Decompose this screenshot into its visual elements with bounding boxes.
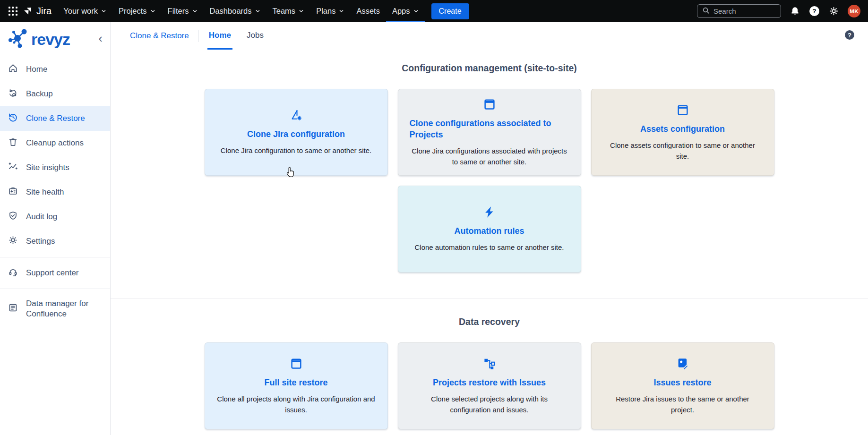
tab-row: Clone & Restore HomeJobs ? bbox=[111, 22, 868, 50]
sidebar-item-label: Settings bbox=[26, 236, 55, 247]
jira-mark-icon bbox=[24, 5, 34, 17]
topbar-menu-label: Assets bbox=[356, 7, 380, 16]
card-description: Clone automation rules to same or anothe… bbox=[414, 242, 564, 253]
sidebar-item-label: Backup bbox=[26, 89, 53, 99]
sidebar-item-clone-restore[interactable]: Clone & Restore bbox=[0, 106, 110, 131]
jira-logo[interactable]: Jira bbox=[24, 5, 52, 17]
card-title: Full site restore bbox=[264, 377, 327, 388]
browser-window-icon bbox=[289, 357, 303, 371]
sidebar-item-settings[interactable]: Settings bbox=[0, 229, 110, 254]
sidebar-item-cleanup-actions[interactable]: Cleanup actions bbox=[0, 131, 110, 155]
topbar-menu-label: Dashboards bbox=[210, 7, 252, 16]
insights-icon bbox=[8, 162, 18, 174]
grid-dots-icon bbox=[9, 7, 17, 16]
section-data-recovery: Data recoveryFull site restoreClone all … bbox=[111, 298, 868, 429]
tab-jobs[interactable]: Jobs bbox=[245, 22, 265, 50]
tab-home[interactable]: Home bbox=[207, 22, 232, 50]
collapse-sidebar-chevron-icon[interactable]: ‹ bbox=[95, 32, 107, 46]
topbar-menu-projects[interactable]: Projects bbox=[112, 0, 162, 22]
chevron-down-icon bbox=[101, 7, 106, 16]
topbar-menu-label: Your work bbox=[63, 7, 98, 16]
restore-history-icon bbox=[8, 112, 18, 125]
card-full-site-restore[interactable]: Full site restoreClone all projects alon… bbox=[205, 342, 388, 429]
card-description: Clone Jira configuration to same or anot… bbox=[221, 145, 371, 156]
sidebar-item-data-manager-confluence[interactable]: Data manager for Confluence bbox=[0, 292, 110, 325]
topbar-menu-teams[interactable]: Teams bbox=[266, 0, 310, 22]
sidebar-item-label: Home bbox=[26, 64, 47, 75]
sidebar-item-label: Site insights bbox=[26, 162, 69, 173]
gear-icon bbox=[8, 235, 18, 247]
topbar-menu-filters[interactable]: Filters bbox=[162, 0, 204, 22]
vertical-divider bbox=[198, 30, 198, 42]
card-issues-restore[interactable]: Issues restoreRestore Jira issues to the… bbox=[591, 342, 774, 429]
card-title: Assets configuration bbox=[640, 123, 725, 135]
sections-container: Configuration management (site-to-site)C… bbox=[111, 63, 868, 429]
card-description: Clone selected projects along with its c… bbox=[410, 394, 568, 415]
sidebar-item-home[interactable]: Home bbox=[0, 57, 110, 82]
chevron-down-icon bbox=[299, 7, 304, 16]
topbar-nav: Your workProjectsFiltersDashboardsTeamsP… bbox=[57, 0, 424, 22]
card-description: Clone Jira configurations associated wit… bbox=[410, 146, 568, 167]
sidebar-item-site-health[interactable]: Site health bbox=[0, 180, 110, 205]
card-title: Clone configurations associated to Proje… bbox=[410, 118, 569, 141]
document-icon bbox=[8, 303, 18, 315]
jira-product-name: Jira bbox=[36, 6, 52, 17]
topbar-menu-assets[interactable]: Assets bbox=[350, 0, 386, 22]
card-description: Restore Jira issues to the same or anoth… bbox=[603, 394, 762, 415]
topbar-menu-label: Apps bbox=[392, 7, 410, 16]
user-avatar[interactable]: MK bbox=[848, 5, 860, 17]
browser-window-icon bbox=[676, 103, 690, 117]
card-clone-jira-configuration[interactable]: Clone Jira configurationClone Jira confi… bbox=[205, 89, 388, 176]
app-switcher-icon[interactable] bbox=[5, 3, 21, 19]
brand-row: revyz ‹ bbox=[0, 22, 110, 55]
sidebar-item-label: Clone & Restore bbox=[26, 113, 85, 124]
sidebar-item-backup[interactable]: Backup bbox=[0, 82, 110, 106]
lightning-icon bbox=[482, 205, 497, 219]
card-assets-configuration[interactable]: Assets configurationClone assets configu… bbox=[591, 89, 774, 176]
notifications-bell-icon[interactable] bbox=[790, 6, 800, 16]
tabs: HomeJobs bbox=[207, 22, 278, 50]
revyz-wordmark: revyz bbox=[31, 30, 70, 49]
chevron-down-icon bbox=[255, 7, 260, 16]
card-projects-restore-with-issues[interactable]: Projects restore with IssuesClone select… bbox=[398, 342, 581, 429]
topbar-menu-plans[interactable]: Plans bbox=[310, 0, 350, 22]
card-automation-rules[interactable]: Automation rulesClone automation rules t… bbox=[398, 186, 581, 273]
search-icon bbox=[702, 7, 710, 16]
sidebar-item-site-insights[interactable]: Site insights bbox=[0, 155, 110, 180]
breadcrumb[interactable]: Clone & Restore bbox=[130, 31, 189, 41]
topbar-menu-label: Teams bbox=[273, 7, 296, 16]
sitemap-icon bbox=[482, 357, 497, 371]
section-title: Configuration management (site-to-site) bbox=[123, 63, 856, 74]
topbar-menu-label: Projects bbox=[119, 7, 147, 16]
topbar-menu-label: Filters bbox=[168, 7, 189, 16]
headset-icon bbox=[8, 267, 18, 279]
search-box[interactable] bbox=[697, 4, 781, 18]
card-title: Automation rules bbox=[454, 225, 524, 237]
cards-grid: Full site restoreClone all projects alon… bbox=[123, 342, 856, 429]
settings-gear-icon[interactable] bbox=[829, 6, 839, 16]
page-help-icon[interactable]: ? bbox=[844, 30, 855, 42]
sidebar-item-audit-log[interactable]: Audit log bbox=[0, 205, 110, 229]
search-input[interactable] bbox=[713, 7, 776, 15]
chevron-down-icon bbox=[339, 7, 344, 16]
sidebar-item-support-center[interactable]: Support center bbox=[0, 261, 110, 285]
chevron-down-icon bbox=[150, 7, 155, 16]
help-icon[interactable]: ? bbox=[809, 6, 820, 17]
jira-top-bar: Jira Your workProjectsFiltersDashboardsT… bbox=[0, 0, 868, 22]
chevron-down-icon bbox=[192, 7, 198, 16]
svg-text:?: ? bbox=[848, 32, 851, 39]
backup-icon bbox=[8, 88, 18, 100]
sidebar-divider bbox=[0, 257, 110, 257]
sidebar-item-label: Site health bbox=[26, 187, 64, 197]
topbar-menu-dashboards[interactable]: Dashboards bbox=[204, 0, 266, 22]
health-card-icon bbox=[8, 186, 18, 198]
section-title: Data recovery bbox=[123, 316, 856, 327]
sidebar-item-label: Audit log bbox=[26, 212, 57, 222]
ruler-gear-icon bbox=[289, 108, 303, 122]
card-clone-configurations-projects[interactable]: Clone configurations associated to Proje… bbox=[398, 89, 581, 176]
topbar-right: ? MK bbox=[697, 0, 860, 22]
browser-window-icon bbox=[482, 97, 497, 111]
topbar-menu-apps[interactable]: Apps bbox=[386, 0, 425, 22]
create-button[interactable]: Create bbox=[431, 3, 469, 19]
topbar-menu-your-work[interactable]: Your work bbox=[57, 0, 112, 22]
